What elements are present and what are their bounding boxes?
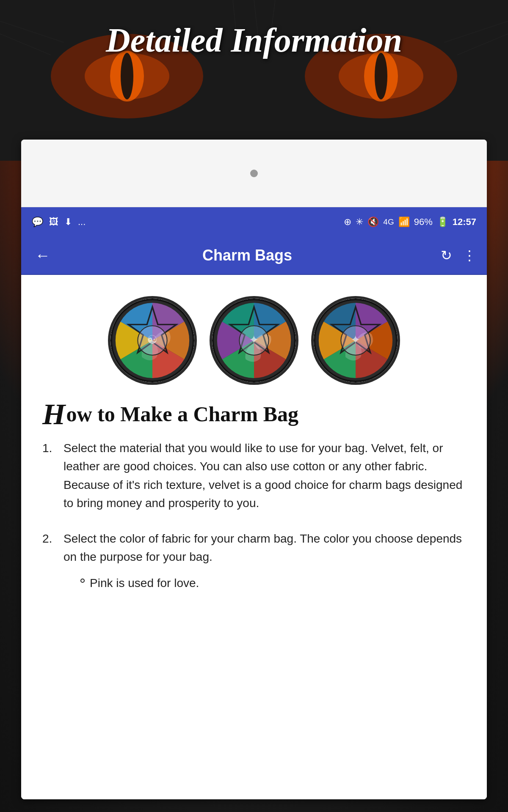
battery-percentage: 96%: [414, 217, 433, 228]
article-heading-text: ow to Make a Charm Bag: [66, 402, 298, 426]
pentagram-images-row: ☯ ✦: [42, 296, 466, 385]
list-item-2: 2. Select the color of fabric for your c…: [42, 529, 466, 597]
alarm-icon: ⊕: [344, 217, 351, 228]
refresh-button[interactable]: ↻: [441, 247, 452, 263]
signal-icon: 📶: [398, 217, 410, 228]
battery-icon: 🔋: [437, 217, 448, 228]
bluetooth-icon: ✳: [356, 217, 363, 228]
list-number-1: 1.: [42, 439, 57, 513]
svg-text:✦: ✦: [351, 333, 361, 346]
sub-list-2: Pink is used for love.: [64, 574, 466, 592]
sub-bullet-icon: [80, 579, 85, 583]
app-toolbar: ← Charm Bags ↻ ⋮: [21, 237, 487, 275]
whatsapp-icon: 💬: [32, 217, 43, 228]
list-item-1: 1. Select the material that you would li…: [42, 439, 466, 513]
image-icon: 🖼: [49, 217, 58, 228]
page-title-section: Detailed Information: [0, 21, 508, 60]
pentagram-image-3: ✦: [311, 296, 400, 385]
list-number-2: 2.: [42, 529, 57, 597]
svg-text:✦: ✦: [249, 333, 259, 346]
ad-dot-indicator: [250, 170, 258, 177]
content-area[interactable]: ☯ ✦: [21, 275, 487, 799]
mute-icon: 🔇: [367, 217, 379, 228]
more-dots-icon: ...: [78, 217, 86, 228]
status-bar-right: ⊕ ✳ 🔇 4G 📶 96% 🔋 12:57: [344, 217, 476, 228]
toolbar-title: Charm Bags: [62, 247, 432, 264]
page-title: Detailed Information: [0, 21, 508, 60]
svg-point-8: [375, 53, 387, 99]
download-icon: ⬇: [64, 217, 72, 228]
svg-text:☯: ☯: [147, 333, 158, 346]
pentagram-image-2: ✦: [210, 296, 298, 385]
back-button[interactable]: ←: [32, 243, 54, 268]
sub-list-text-1: Pink is used for love.: [90, 574, 199, 592]
ad-banner: [21, 140, 487, 207]
status-bar: 💬 🖼 ⬇ ... ⊕ ✳ 🔇 4G 📶 96% 🔋 12:57: [21, 207, 487, 237]
list-text-1: Select the material that you would like …: [64, 439, 466, 513]
sub-list-item-1: Pink is used for love.: [80, 574, 466, 592]
svg-point-4: [121, 53, 133, 99]
list-text-2: Select the color of fabric for your char…: [64, 532, 462, 563]
toolbar-actions: ↻ ⋮: [441, 247, 476, 263]
instruction-list: 1. Select the material that you would li…: [42, 439, 466, 596]
article-heading: How to Make a Charm Bag: [42, 402, 466, 426]
list-text-2-container: Select the color of fabric for your char…: [64, 529, 466, 597]
phone-frame: 💬 🖼 ⬇ ... ⊕ ✳ 🔇 4G 📶 96% 🔋 12:57 ← Charm…: [21, 140, 487, 799]
4g-icon: 4G: [383, 217, 394, 227]
more-options-button[interactable]: ⋮: [463, 247, 476, 263]
pentagram-image-1: ☯: [108, 296, 197, 385]
drop-cap-letter: H: [42, 402, 65, 427]
clock: 12:57: [453, 217, 476, 228]
status-bar-left: 💬 🖼 ⬇ ...: [32, 217, 86, 228]
